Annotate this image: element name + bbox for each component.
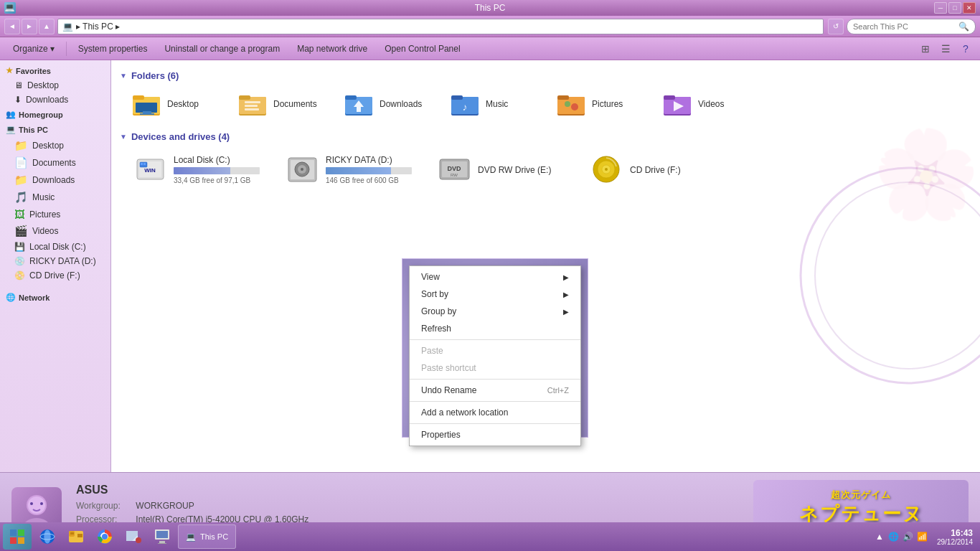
address-path[interactable]: 💻 ▸ This PC ▸ <box>57 19 824 34</box>
drive-d-icon <box>286 154 319 186</box>
context-menu-properties[interactable]: Properties <box>410 426 580 443</box>
window-controls: ─ □ ✕ <box>934 2 976 14</box>
context-menu-add-network-location[interactable]: Add a network location <box>410 404 580 421</box>
folder-item-desktop[interactable]: Desktop <box>127 88 227 120</box>
sidebar-item-local-disk[interactable]: 💾 Local Disk (C:) <box>0 240 110 254</box>
sidebar-item-cd-drive[interactable]: 📀 CD Drive (F:) <box>0 268 110 283</box>
drive-f-info: CD Drive (F:) <box>630 165 681 175</box>
folder-downloads-label: Downloads <box>380 99 422 109</box>
tray-arrow-icon[interactable]: ▲ <box>874 531 885 542</box>
ricky-data-icon: 💿 <box>14 256 25 266</box>
clock-date: 29/12/2014 <box>937 538 973 546</box>
taskbar-this-pc-app[interactable]: 💻 This PC <box>178 524 236 549</box>
sidebar-item-pc-downloads[interactable]: 📁 Downloads <box>0 171 110 189</box>
pc-music-icon: 🎵 <box>14 191 28 204</box>
map-network-drive-button[interactable]: Map network drive <box>290 40 374 57</box>
favorites-section[interactable]: ★ Favorites <box>0 63 110 78</box>
context-menu-paste-shortcut[interactable]: Paste shortcut <box>410 359 580 377</box>
svg-point-73 <box>136 537 141 543</box>
drive-c-info: Local Disk (C:) 33,4 GB free of 97,1 GB <box>174 155 260 184</box>
this-pc-section[interactable]: 💻 This PC <box>0 122 110 137</box>
context-menu-group-by[interactable]: Group by ▶ <box>410 303 580 320</box>
taskbar-chrome-button[interactable] <box>92 524 118 550</box>
svg-point-23 <box>565 101 570 107</box>
svg-point-24 <box>571 103 578 110</box>
sidebar-item-pc-videos[interactable]: 🎬 Videos <box>0 222 110 240</box>
homegroup-section[interactable]: 👥 Homegroup <box>0 107 110 122</box>
pc-pictures-icon: 🖼 <box>14 208 25 220</box>
taskbar-settings-button[interactable] <box>149 524 175 550</box>
svg-rect-60 <box>18 537 24 544</box>
folders-section-arrow[interactable]: ▼ <box>120 72 127 80</box>
sidebar-item-pc-desktop[interactable]: 📁 Desktop <box>0 137 110 154</box>
view-details-button[interactable]: ☰ <box>937 40 954 57</box>
minimize-button[interactable]: ─ <box>934 2 947 14</box>
svg-rect-77 <box>158 543 166 544</box>
taskbar-explorer-button[interactable] <box>63 524 89 550</box>
back-button[interactable]: ◄ <box>4 19 20 34</box>
sidebar-item-desktop[interactable]: 🖥 Desktop <box>0 78 110 93</box>
context-menu-undo[interactable]: Undo Rename Ctrl+Z <box>410 382 580 399</box>
svg-rect-67 <box>70 532 74 534</box>
taskbar-ie-button[interactable] <box>34 524 60 550</box>
context-menu-paste[interactable]: Paste <box>410 342 580 359</box>
drive-item-d[interactable]: RICKY DATA (D:) 146 GB free of 600 GB <box>279 149 423 190</box>
context-menu-sort-by[interactable]: Sort by ▶ <box>410 286 580 303</box>
title-bar-left: 💻 <box>4 2 16 14</box>
organize-button[interactable]: Organize ▾ <box>6 40 62 57</box>
svg-rect-75 <box>156 531 168 538</box>
tray-sound-icon[interactable]: 🔊 <box>903 531 914 542</box>
search-box[interactable]: 🔍 <box>847 19 976 34</box>
search-input[interactable] <box>853 22 956 31</box>
context-menu-view[interactable]: View ▶ <box>410 268 580 286</box>
folder-pictures-label: Pictures <box>592 99 623 109</box>
sort-submenu-arrow: ▶ <box>563 291 569 298</box>
drive-item-e[interactable]: DVD RW DVD RW Drive (E:) <box>431 149 575 190</box>
network-section[interactable]: 🌐 Network <box>0 290 110 305</box>
close-button[interactable]: ✕ <box>963 2 976 14</box>
clock[interactable]: 16:43 29/12/2014 <box>933 528 977 546</box>
taskbar-paint-button[interactable] <box>121 524 146 550</box>
sidebar-item-ricky-data[interactable]: 💿 RICKY DATA (D:) <box>0 254 110 268</box>
folder-desktop-label: Desktop <box>167 99 199 109</box>
svg-rect-58 <box>18 529 24 536</box>
refresh-button[interactable]: ↺ <box>828 19 844 34</box>
folder-item-pictures[interactable]: Pictures <box>552 88 652 120</box>
desktop-icon: 🖥 <box>14 80 23 90</box>
folder-item-documents[interactable]: Documents <box>233 88 334 120</box>
drive-item-f[interactable]: CD Drive (F:) <box>583 149 727 190</box>
up-button[interactable]: ▲ <box>39 19 55 34</box>
sidebar-item-pc-documents[interactable]: 📄 Documents <box>0 154 110 171</box>
help-button[interactable]: ? <box>957 40 974 57</box>
folders-grid: Desktop Documents <box>120 88 971 120</box>
drive-item-c[interactable]: WIN Local Disk (C:) 33,4 GB free of 97,1… <box>127 149 270 190</box>
restore-button[interactable]: □ <box>948 2 961 14</box>
view-tiles-button[interactable]: ⊞ <box>917 40 934 57</box>
svg-point-62 <box>44 529 51 544</box>
svg-rect-57 <box>10 529 17 536</box>
folder-documents-label: Documents <box>273 99 317 109</box>
drive-d-name: RICKY DATA (D:) <box>326 155 412 165</box>
forward-button[interactable]: ► <box>22 19 37 34</box>
svg-rect-32 <box>141 163 143 165</box>
sidebar-item-pc-pictures[interactable]: 🖼 Pictures <box>0 206 110 222</box>
tray-volume-icon[interactable]: 📶 <box>917 531 928 542</box>
folder-item-downloads[interactable]: Downloads <box>339 88 440 120</box>
pc-name: ASUS <box>76 484 739 496</box>
pc-documents-icon: 📄 <box>14 156 28 169</box>
folder-item-music[interactable]: ♪ Music <box>446 88 546 120</box>
address-bar: ◄ ► ▲ 💻 ▸ This PC ▸ ↺ 🔍 <box>0 16 980 37</box>
sidebar-item-pc-music[interactable]: 🎵 Music <box>0 189 110 206</box>
open-control-panel-button[interactable]: Open Control Panel <box>377 40 467 57</box>
system-properties-button[interactable]: System properties <box>71 40 155 57</box>
context-menu-sep-3 <box>410 401 580 402</box>
uninstall-program-button[interactable]: Uninstall or change a program <box>157 40 287 57</box>
tray-network-icon[interactable]: 🌐 <box>888 531 900 542</box>
start-button[interactable] <box>3 524 32 550</box>
context-menu-refresh[interactable]: Refresh <box>410 320 580 337</box>
drives-section-arrow[interactable]: ▼ <box>120 133 127 141</box>
homegroup-icon: 👥 <box>6 110 16 119</box>
sidebar-item-downloads[interactable]: ⬇ Downloads <box>0 93 110 107</box>
folder-item-videos[interactable]: Videos <box>658 88 758 120</box>
pc-downloads-icon: 📁 <box>14 174 28 187</box>
